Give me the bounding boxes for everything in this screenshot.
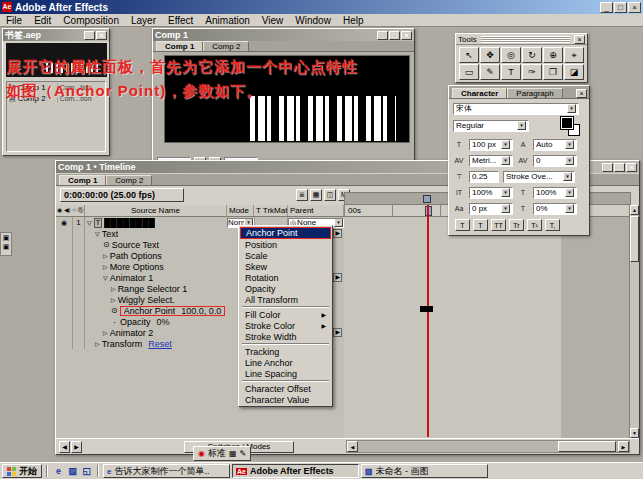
av-cell[interactable]	[56, 338, 73, 349]
maximize-icon[interactable]: □	[614, 163, 625, 172]
timeline-option-icon-3[interactable]: ◫	[324, 189, 336, 201]
maximize-icon[interactable]: □	[389, 31, 400, 40]
char-style-button-1[interactable]: T	[455, 219, 470, 231]
menu-effect[interactable]: Effect	[162, 15, 199, 26]
docked-palette-icon-2[interactable]: ▣	[3, 243, 10, 251]
twirl-closed-icon[interactable]: ▷	[103, 252, 108, 259]
reset-link[interactable]: Reset	[148, 339, 172, 349]
dropdown-icon[interactable]: ▾	[565, 204, 574, 213]
tracking-select[interactable]: 0 ▾	[533, 155, 577, 167]
timeline-tab-comp-2[interactable]: Comp 2	[106, 175, 152, 185]
property-name[interactable]: Animator 2	[110, 328, 154, 338]
property-name[interactable]: Text	[102, 229, 119, 239]
char-style-button-5[interactable]: T¹	[527, 219, 542, 231]
comp-window-titlebar[interactable]: Comp 1 _ □ ×	[153, 29, 414, 41]
source-name-column-header[interactable]: Source Name	[85, 205, 227, 216]
char-style-button-2[interactable]: T	[473, 219, 488, 231]
minimize-icon[interactable]: _	[84, 31, 95, 40]
stroke-width-field[interactable]: 0.25	[469, 171, 499, 183]
clone-tool[interactable]: ❐	[543, 64, 563, 80]
maximize-icon[interactable]: □	[614, 2, 627, 13]
close-icon[interactable]: ×	[574, 35, 585, 44]
kerning-select[interactable]: Metri... ▾	[469, 155, 513, 167]
comp-tab-comp-1[interactable]: Comp 1	[156, 41, 203, 51]
start-button[interactable]: 开始	[2, 464, 42, 478]
font-size-select[interactable]: 100 px ▾	[469, 139, 513, 151]
task-button-3[interactable]: ▨未命名 - 画图	[361, 464, 488, 478]
flyout-arrow-icon[interactable]: ▶	[333, 328, 342, 337]
menu-view[interactable]: View	[256, 15, 290, 26]
property-name[interactable]: ████████	[104, 218, 155, 228]
menu-edit[interactable]: Edit	[28, 15, 57, 26]
av-cell[interactable]	[56, 272, 73, 283]
menu-item-skew[interactable]: Skew	[240, 261, 331, 272]
dropdown-icon[interactable]: ▾	[565, 188, 574, 197]
av-cell[interactable]	[56, 228, 73, 239]
dropdown-icon[interactable]: ▾	[501, 156, 510, 165]
minimize-icon[interactable]: _	[377, 31, 388, 40]
timeline-option-icon-1[interactable]: ≣	[296, 189, 308, 201]
close-icon[interactable]: ×	[576, 89, 587, 98]
dropdown-icon[interactable]: ▾	[565, 140, 574, 149]
twirl-closed-icon[interactable]: ▷	[103, 263, 108, 270]
property-name[interactable]: Transform	[102, 339, 143, 349]
menu-item-character-value[interactable]: Character Value	[240, 394, 331, 405]
timeline-horizontal-scrollbar[interactable]: ◀ ▶	[346, 440, 630, 453]
scroll-right-icon[interactable]: ▶	[618, 441, 629, 452]
close-icon[interactable]: ×	[626, 163, 637, 172]
dropdown-icon[interactable]: ▾	[567, 104, 576, 113]
close-icon[interactable]: ×	[401, 31, 412, 40]
tab-character[interactable]: Character	[452, 88, 507, 98]
twirl-open-icon[interactable]: ▽	[103, 274, 108, 281]
property-value[interactable]: 0%	[157, 317, 170, 327]
property-name[interactable]: Anchor Point	[124, 306, 176, 316]
quick-launch-icon-2[interactable]: ▨	[66, 465, 79, 478]
trkmat-column-header[interactable]: T TrkMat	[254, 205, 288, 216]
parent-column-header[interactable]: Parent	[288, 205, 344, 216]
expand-left-icon[interactable]: ◀	[59, 441, 70, 453]
pen-tool[interactable]: ✎	[480, 64, 500, 80]
dropdown-icon[interactable]: ▾	[501, 188, 510, 197]
menu-item-tracking[interactable]: Tracking	[240, 346, 331, 357]
dropdown-icon[interactable]: ▾	[563, 172, 572, 181]
menu-item-fill-color[interactable]: Fill Color▶	[240, 309, 331, 320]
menu-item-all-transform[interactable]: All Transform	[240, 294, 331, 305]
scroll-left-icon[interactable]: ◀	[347, 441, 358, 452]
dropdown-icon[interactable]: ▾	[565, 156, 574, 165]
av-cell[interactable]	[56, 250, 73, 261]
property-name[interactable]: More Options	[110, 262, 164, 272]
keyframe-bar[interactable]	[420, 306, 433, 312]
menu-layer[interactable]: Layer	[125, 15, 162, 26]
twirl-closed-icon[interactable]: ▷	[111, 285, 116, 292]
twirl-open-icon[interactable]: ▽	[95, 230, 100, 237]
ime-keyboard-icon[interactable]: ▦	[229, 449, 237, 458]
property-name[interactable]: Range Selector 1	[118, 284, 188, 294]
stopwatch-icon[interactable]: ⊙	[111, 306, 118, 315]
scroll-up-icon[interactable]: ▲	[630, 205, 639, 215]
fill-stroke-swatches[interactable]	[561, 117, 581, 137]
horizontal-scale-select[interactable]: 100% ▾	[533, 187, 577, 199]
scroll-down-icon[interactable]: ▼	[630, 428, 639, 438]
eraser-tool[interactable]: ◪	[564, 64, 584, 80]
property-name[interactable]: Path Options	[110, 251, 162, 261]
char-style-button-3[interactable]: TT	[491, 219, 506, 231]
dropdown-icon[interactable]: ▾	[517, 121, 526, 130]
hand-tool[interactable]: ✥	[480, 47, 500, 63]
twirl-closed-icon[interactable]: ▷	[103, 329, 108, 336]
menu-item-stroke-width[interactable]: Stroke Width	[240, 331, 331, 342]
menu-item-line-anchor[interactable]: Line Anchor	[240, 357, 331, 368]
char-style-button-6[interactable]: T,	[545, 219, 560, 231]
expand-right-icon[interactable]: ▶	[71, 441, 82, 453]
minimize-icon[interactable]: _	[600, 2, 613, 13]
property-name[interactable]: Source Text	[112, 240, 159, 250]
av-cell[interactable]	[56, 316, 73, 327]
baseline-shift-select[interactable]: 0 px ▾	[469, 203, 513, 215]
brush-tool[interactable]: ✑	[522, 64, 542, 80]
menu-animation[interactable]: Animation	[199, 15, 255, 26]
leading-select[interactable]: Auto ▾	[533, 139, 577, 151]
tsume-select[interactable]: 0% ▾	[533, 203, 577, 215]
property-name[interactable]: Animator 1	[110, 273, 154, 283]
eye-icon[interactable]: ◉	[61, 219, 67, 226]
stroke-style-select[interactable]: Stroke Ove... ▾	[503, 171, 575, 183]
tab-paragraph[interactable]: Paragraph	[507, 88, 562, 98]
